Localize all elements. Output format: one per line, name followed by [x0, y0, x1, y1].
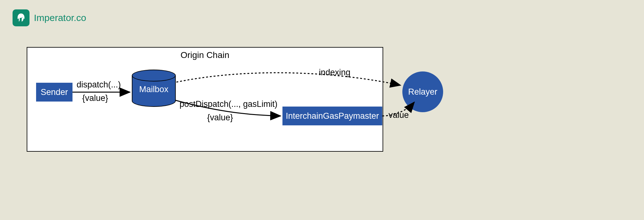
edge-dispatch-label: dispatch(...)	[77, 80, 121, 90]
brand-logo: Imperator.co	[13, 9, 86, 26]
node-sender: Sender	[36, 83, 72, 102]
edge-dispatch-note: {value}	[82, 93, 108, 103]
brand-name: Imperator.co	[34, 13, 86, 23]
node-relayer-label: Relayer	[408, 87, 437, 97]
node-relayer: Relayer	[402, 71, 443, 112]
edge-value-label: value	[387, 110, 410, 120]
origin-chain-title: Origin Chain	[27, 50, 383, 60]
node-mailbox: Mailbox	[132, 70, 176, 107]
edge-indexing-label: indexing	[318, 68, 352, 77]
brand-helmet-icon	[13, 9, 30, 26]
edge-postdispatch-label: postDispatch(..., gasLimit)	[180, 99, 277, 109]
node-mailbox-label: Mailbox	[132, 85, 176, 94]
node-sender-label: Sender	[40, 87, 68, 97]
node-interchain-gas-paymaster: InterchainGasPaymaster	[282, 107, 382, 125]
edge-postdispatch-note: {value}	[207, 113, 233, 123]
node-igp-label: InterchainGasPaymaster	[286, 111, 379, 121]
